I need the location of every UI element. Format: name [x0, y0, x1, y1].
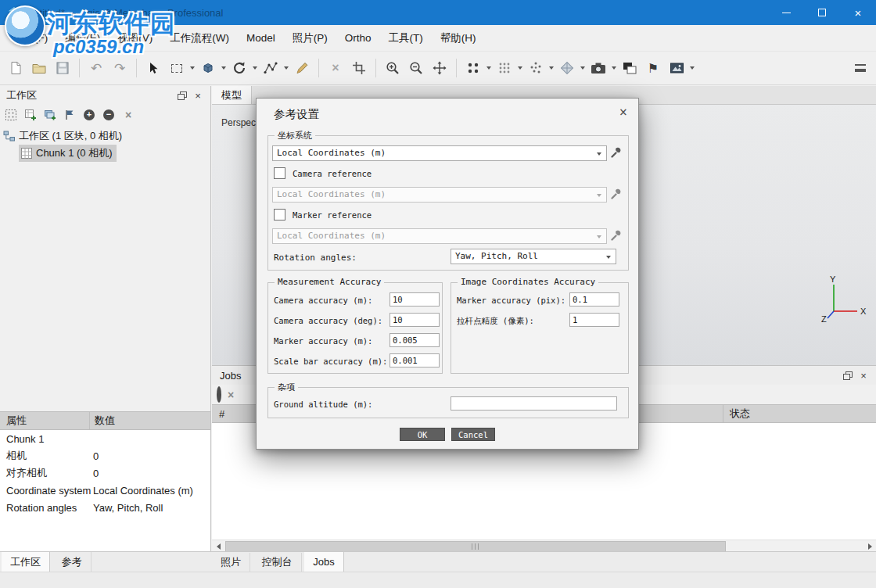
coordinate-system-settings-button[interactable]	[610, 147, 623, 160]
menu-model[interactable]: Model	[238, 25, 284, 51]
save-button[interactable]	[51, 56, 74, 80]
sparse-cloud-button[interactable]	[524, 56, 548, 80]
add-photos-button[interactable]	[41, 106, 59, 124]
polyline-tool-button[interactable]	[259, 56, 282, 80]
dense-cloud-dropdown[interactable]	[516, 56, 524, 80]
rotation-angles-select[interactable]: Yaw, Pitch, Roll	[451, 249, 616, 264]
add-chunk-button[interactable]	[22, 106, 39, 124]
select-tool-button[interactable]	[142, 56, 165, 80]
cursor-icon	[146, 61, 160, 75]
zoom-in-button[interactable]	[381, 56, 404, 80]
chevron-down-icon	[253, 66, 257, 70]
ortho-image-dropdown[interactable]	[688, 56, 696, 80]
tab-photos[interactable]: 照片	[212, 553, 250, 572]
rectangle-selection-dropdown[interactable]	[188, 56, 196, 80]
ground-altitude-input[interactable]	[451, 396, 617, 411]
navigation-button[interactable]	[428, 56, 451, 80]
camera-view-button[interactable]	[587, 56, 610, 80]
workspace-float-button[interactable]	[176, 89, 188, 102]
scatter-points-icon	[529, 61, 543, 75]
sparse-cloud-dropdown[interactable]	[548, 56, 555, 80]
menu-edit[interactable]: 编辑(E)	[56, 25, 109, 51]
minimize-button[interactable]	[768, 0, 804, 25]
marker-accuracy-pix-input[interactable]	[569, 292, 619, 307]
menu-tools[interactable]: 工具(T)	[380, 25, 432, 51]
flag-button[interactable]: ⚑	[641, 56, 665, 80]
camera-reference-checkbox[interactable]	[274, 167, 285, 179]
tab-workspace[interactable]: 工作区	[2, 552, 50, 572]
points-icon	[466, 61, 480, 75]
dense-cloud-button[interactable]	[493, 56, 516, 80]
hierarchy-icon	[3, 130, 16, 142]
photo-overlay-button[interactable]	[618, 56, 641, 80]
marker-reference-checkbox[interactable]	[274, 209, 285, 220]
menu-workflow[interactable]: 工作流程(W)	[161, 25, 238, 51]
redo-button[interactable]: ↷	[108, 56, 131, 80]
draw-tool-button[interactable]	[290, 56, 314, 80]
cancel-button[interactable]: Cancel	[451, 428, 495, 441]
tree-row-chunk[interactable]: Chunk 1 (0 相机)	[0, 145, 210, 162]
open-button[interactable]	[27, 56, 51, 80]
menu-view[interactable]: 视图(V)	[109, 25, 161, 51]
zoom-out-button[interactable]	[404, 56, 428, 80]
camera-coordinate-settings-button[interactable]	[610, 188, 623, 201]
jobs-close-button[interactable]: ×	[857, 369, 870, 382]
title-bar: Untitled* — Agisoft Metashape Profession…	[0, 0, 876, 25]
crop-button[interactable]	[347, 56, 371, 80]
tree-row-workspace[interactable]: 工作区 (1 区块, 0 相机)	[0, 127, 210, 145]
ortho-image-button[interactable]	[665, 56, 688, 80]
scalebar-point-accuracy-input[interactable]	[569, 313, 619, 327]
mesh-dropdown[interactable]	[579, 56, 587, 80]
rotate-tool-button[interactable]	[228, 56, 251, 80]
ok-button[interactable]: OK	[400, 428, 445, 441]
tab-jobs[interactable]: Jobs	[304, 552, 343, 572]
point-cloud-dropdown[interactable]	[485, 56, 493, 80]
delete-button[interactable]: ×	[324, 56, 347, 80]
rotate-tool-dropdown[interactable]	[251, 56, 259, 80]
scalebar-accuracy-input[interactable]	[390, 353, 440, 368]
resize-region-button[interactable]	[196, 56, 220, 80]
remove-icon: ×	[125, 109, 131, 121]
camera-accuracy-m-input[interactable]	[390, 292, 440, 307]
polyline-tool-dropdown[interactable]	[282, 56, 290, 80]
tab-reference[interactable]: 参考	[53, 552, 92, 572]
resize-region-dropdown[interactable]	[220, 56, 228, 80]
point-cloud-button[interactable]	[461, 56, 485, 80]
menu-help[interactable]: 帮助(H)	[432, 25, 485, 51]
tab-console[interactable]: 控制台	[253, 553, 302, 572]
camera-view-dropdown[interactable]	[610, 56, 618, 80]
maximize-button[interactable]	[804, 0, 840, 25]
rectangle-selection-button[interactable]	[165, 56, 188, 80]
jobs-float-button[interactable]	[842, 369, 854, 382]
workspace-panel-header: 工作区 ×	[0, 86, 210, 105]
menu-ortho[interactable]: Ortho	[336, 25, 380, 51]
pan-icon	[433, 61, 447, 75]
float-window-icon	[178, 91, 187, 100]
remove-item-button[interactable]: ×	[120, 106, 137, 124]
arrow-left-icon	[217, 543, 221, 550]
property-row: Chunk 1	[0, 430, 210, 447]
dialog-close-button[interactable]: ×	[619, 106, 627, 119]
workspace-close-button[interactable]: ×	[192, 89, 204, 102]
marker-coordinate-settings-button[interactable]	[610, 230, 623, 242]
scrollbar-thumb[interactable]	[225, 541, 726, 552]
property-row: 相机 0	[0, 447, 210, 464]
add-marker-button[interactable]	[61, 106, 78, 124]
workspace-grid-button[interactable]	[2, 106, 20, 124]
disable-button[interactable]: −	[100, 106, 117, 124]
close-button[interactable]: ×	[840, 0, 876, 25]
undo-button[interactable]: ↶	[84, 56, 108, 80]
marker-accuracy-m-input[interactable]	[390, 333, 440, 347]
jobs-stop-button[interactable]	[217, 389, 221, 400]
coordinate-system-select[interactable]: Local Coordinates (m)	[272, 145, 607, 161]
toolbar-separator	[375, 59, 376, 77]
menu-file[interactable]: 文件(F)	[5, 25, 56, 51]
mesh-button[interactable]	[555, 56, 579, 80]
enable-button[interactable]: +	[81, 106, 98, 124]
tab-model[interactable]: 模型	[212, 86, 252, 104]
camera-accuracy-deg-input[interactable]	[390, 313, 440, 327]
toolbar-menu-button[interactable]	[849, 56, 872, 80]
menu-photo[interactable]: 照片(P)	[284, 25, 336, 51]
new-document-button[interactable]	[4, 56, 27, 80]
jobs-cancel-button[interactable]: ×	[228, 389, 234, 401]
